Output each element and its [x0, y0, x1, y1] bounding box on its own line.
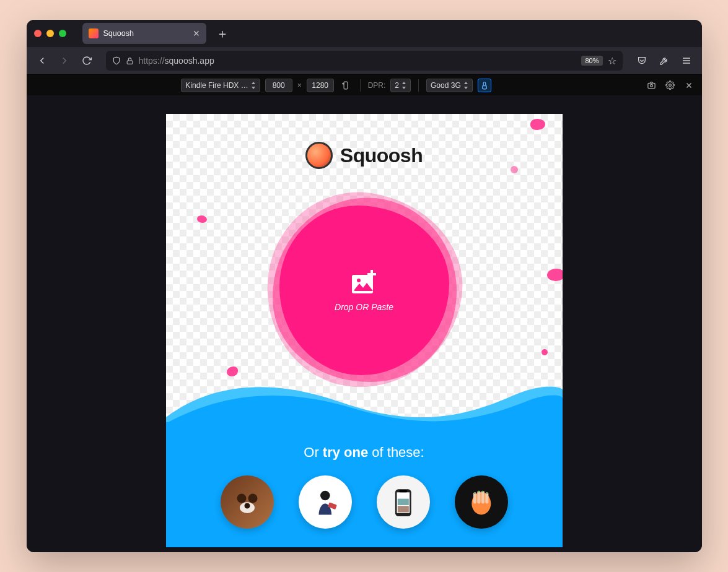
device-toolbar: Kindle Fire HDX … 800 × 1280 DPR: 2 Good…: [27, 74, 702, 95]
samples-heading-suffix: of these:: [368, 444, 424, 460]
shield-icon: [112, 56, 121, 65]
svg-point-17: [244, 503, 250, 509]
device-settings-button[interactable]: [664, 79, 677, 92]
wrench-icon[interactable]: [655, 51, 673, 70]
svg-point-32: [482, 491, 484, 493]
svg-point-11: [357, 279, 361, 282]
dpr-select[interactable]: 2: [390, 79, 411, 92]
decorative-dot: [547, 269, 563, 281]
close-device-mode-button[interactable]: [682, 79, 696, 92]
viewport: Squoosh: [27, 95, 702, 552]
viewport-width-input[interactable]: 800: [265, 79, 292, 92]
svg-point-18: [320, 491, 330, 500]
device-select[interactable]: Kindle Fire HDX …: [181, 79, 260, 92]
close-tab-button[interactable]: ✕: [193, 28, 200, 38]
tab-title: Squoosh: [103, 29, 188, 38]
wave-shape: [166, 374, 563, 430]
device-select-label: Kindle Fire HDX …: [185, 81, 248, 90]
svg-point-15: [248, 494, 257, 503]
url-text: https://squoosh.app: [139, 56, 577, 66]
dpr-label: DPR:: [368, 81, 386, 90]
window-controls: [34, 30, 66, 37]
svg-rect-28: [481, 491, 485, 504]
zoom-badge[interactable]: 80%: [581, 56, 602, 66]
svg-point-31: [478, 491, 480, 493]
viewport-height-input[interactable]: 1280: [307, 79, 334, 92]
reload-button[interactable]: [77, 51, 96, 70]
minimize-window-button[interactable]: [46, 30, 54, 37]
sample-illustration[interactable]: [299, 475, 352, 529]
back-button[interactable]: [33, 51, 51, 70]
svg-rect-24: [399, 490, 407, 493]
dimension-multiply: ×: [297, 81, 302, 90]
toolbar: https://squoosh.app 80% ☆: [27, 47, 702, 74]
bookmark-star-icon[interactable]: ☆: [608, 55, 616, 67]
forward-button[interactable]: [55, 51, 74, 70]
new-tab-button[interactable]: ＋: [211, 25, 234, 42]
touch-simulation-button[interactable]: [478, 79, 491, 92]
pocket-icon[interactable]: [633, 51, 651, 70]
url-bar[interactable]: https://squoosh.app 80% ☆: [106, 51, 623, 71]
sample-device-screenshot[interactable]: [377, 475, 430, 529]
svg-point-33: [486, 493, 488, 495]
logo-mark-icon: [305, 142, 333, 169]
url-protocol: https://: [139, 56, 165, 66]
drop-zone-label: Drop OR Paste: [335, 302, 393, 312]
throttle-value: Good 3G: [431, 81, 461, 90]
dpr-value: 2: [395, 81, 399, 90]
svg-rect-13: [367, 273, 376, 275]
sample-hand-squeeze[interactable]: [455, 475, 508, 529]
svg-rect-4: [344, 82, 348, 89]
drop-zone[interactable]: Drop OR Paste: [274, 201, 454, 380]
app-name: Squoosh: [340, 144, 423, 167]
add-image-icon: [349, 269, 379, 296]
decorative-dot: [542, 349, 548, 355]
samples-section: Or try one of these:: [166, 411, 563, 547]
decorative-dot: [197, 215, 207, 223]
svg-point-7: [669, 84, 672, 87]
svg-point-6: [651, 84, 653, 87]
rotate-viewport-button[interactable]: [339, 79, 353, 92]
svg-point-14: [237, 494, 246, 503]
samples-heading-bold: try one: [323, 444, 368, 460]
menu-button[interactable]: [677, 51, 696, 70]
tab-strip: Squoosh ✕ ＋: [27, 20, 702, 47]
svg-rect-5: [648, 83, 655, 88]
svg-point-30: [474, 493, 476, 495]
svg-rect-23: [397, 506, 408, 512]
screenshot-button[interactable]: [645, 79, 659, 92]
svg-rect-26: [473, 493, 476, 504]
browser-tab[interactable]: Squoosh ✕: [82, 23, 206, 44]
svg-rect-0: [127, 60, 133, 63]
svg-rect-22: [397, 499, 408, 505]
url-host: squoosh.app: [165, 56, 214, 66]
favicon-icon: [89, 28, 99, 38]
svg-rect-27: [477, 491, 480, 504]
browser-window: Squoosh ✕ ＋ https://squoosh.app 80% ☆: [27, 20, 702, 552]
close-window-button[interactable]: [34, 30, 42, 37]
maximize-window-button[interactable]: [59, 30, 66, 37]
page-content: Squoosh: [166, 114, 563, 547]
lock-icon: [126, 57, 134, 65]
samples-heading: Or try one of these:: [166, 422, 563, 461]
throttle-select[interactable]: Good 3G: [426, 79, 473, 92]
app-logo: Squoosh: [166, 114, 563, 169]
svg-rect-29: [485, 493, 488, 504]
samples-heading-prefix: Or: [304, 444, 323, 460]
sample-photo[interactable]: [221, 475, 274, 529]
